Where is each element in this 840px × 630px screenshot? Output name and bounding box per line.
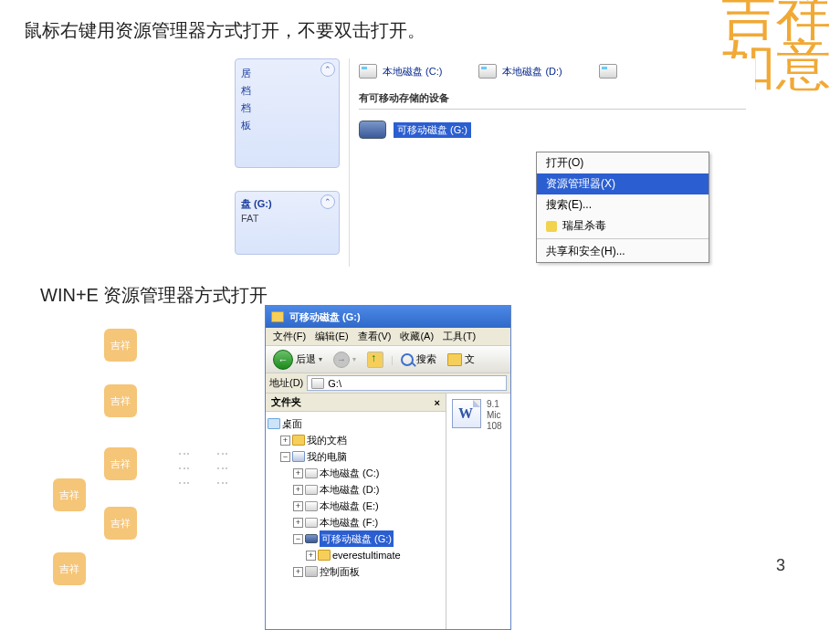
folder-icon (271, 311, 284, 322)
menu-favorites[interactable]: 收藏(A) (396, 330, 437, 343)
collapse-icon[interactable]: − (280, 452, 290, 462)
instruction-top: 鼠标右键用资源管理器方式打开，不要双击打开。 (24, 18, 425, 43)
menu-file[interactable]: 文件(F) (269, 330, 310, 343)
files-list: 9.1 Mic 108 (446, 394, 510, 629)
removable-disk-g[interactable]: 可移动磁盘 (G:) (359, 121, 746, 139)
hard-disk-icon (305, 518, 318, 528)
figure-explorer-context-menu: ⌃ 居 档 档 板 ⌃ 盘 (G:) FAT 本地磁盘 (C:) 本地磁盘 (D… (235, 58, 755, 267)
word-document-icon (452, 399, 481, 428)
expand-icon[interactable]: + (293, 501, 303, 511)
drive-icon (311, 378, 324, 389)
tree-drive-c[interactable]: +本地磁盘 (C:) (293, 465, 444, 481)
menu-share[interactable]: 共享和安全(H)... (537, 241, 709, 262)
expand-icon[interactable]: + (306, 551, 316, 561)
menu-edit[interactable]: 编辑(E) (311, 330, 352, 343)
drive-d[interactable]: 本地磁盘 (D:) (478, 64, 562, 79)
address-label: 地址(D) (269, 376, 303, 390)
address-bar: 地址(D) G:\ (266, 373, 510, 394)
hard-disk-icon (305, 468, 318, 478)
file-meta: 9.1 Mic 108 (487, 399, 502, 432)
instruction-middle: WIN+E 资源管理器方式打开 (40, 283, 268, 308)
decoration-stamp (53, 478, 86, 511)
forward-button[interactable]: →▾ (330, 350, 360, 370)
tree-mydocs[interactable]: +我的文档 (280, 432, 444, 448)
context-menu: 打开(O) 资源管理器(X) 搜索(E)... 瑞星杀毒 共享和安全(H)... (536, 152, 709, 263)
menu-open[interactable]: 打开(O) (537, 152, 709, 173)
search-icon (401, 353, 414, 366)
hard-disk-icon (305, 501, 318, 511)
tasks-panel: ⌃ 居 档 档 板 (235, 58, 340, 168)
expand-icon[interactable]: + (293, 518, 303, 528)
tasks-pane: ⌃ 居 档 档 板 ⌃ 盘 (G:) FAT (235, 58, 340, 267)
collapse-icon[interactable]: ⌃ (320, 194, 335, 209)
menu-search[interactable]: 搜索(E)... (537, 194, 709, 215)
removable-disk-icon (305, 534, 318, 543)
list-item[interactable]: 9.1 Mic 108 (452, 399, 505, 432)
tree-drive-g[interactable]: −可移动磁盘 (G:) (293, 530, 444, 547)
address-value: G:\ (328, 378, 341, 389)
menu-rising-antivirus[interactable]: 瑞星杀毒 (537, 215, 709, 236)
toolbar: ←后退▾ →▾ | 搜索 文 (266, 346, 510, 373)
decoration-stamp (53, 552, 86, 585)
tree-mypc[interactable]: −我的电脑 (280, 448, 444, 465)
hard-disk-icon (305, 485, 318, 495)
expand-icon[interactable]: + (280, 436, 290, 446)
menu-bar: 文件(F) 编辑(E) 查看(V) 收藏(A) 工具(T) (266, 328, 510, 346)
expand-icon[interactable]: + (293, 468, 303, 478)
decoration-stamp (104, 447, 137, 480)
hard-disk-icon (359, 64, 377, 79)
collapse-icon[interactable]: − (293, 534, 303, 544)
desktop-icon (268, 418, 280, 429)
menu-tools[interactable]: 工具(T) (439, 330, 479, 343)
decoration-stamp (104, 507, 137, 540)
up-icon (367, 352, 383, 368)
forward-icon: → (333, 352, 350, 368)
window-title: 可移动磁盘 (G:) (289, 310, 361, 324)
my-computer-icon (292, 451, 305, 462)
decoration-stamp (104, 329, 137, 362)
figure-explorer-window: 可移动磁盘 (G:) 文件(F) 编辑(E) 查看(V) 收藏(A) 工具(T)… (265, 305, 511, 630)
tree-drive-d[interactable]: +本地磁盘 (D:) (293, 481, 444, 498)
close-icon[interactable]: × (435, 397, 440, 408)
page-number: 3 (776, 556, 785, 575)
vertical-dots: ⋮⋮⋮ (215, 447, 230, 491)
tree-everest-folder[interactable]: +everestultimate (306, 547, 444, 563)
folders-icon (447, 353, 462, 366)
removable-disk-icon (359, 121, 386, 139)
expand-icon[interactable]: + (293, 485, 303, 495)
hard-disk-icon (478, 64, 497, 79)
tree-control-panel[interactable]: +控制面板 (293, 563, 444, 580)
details-panel: ⌃ 盘 (G:) FAT (235, 191, 340, 255)
menu-separator (537, 238, 709, 239)
vertical-dots: ⋮⋮⋮ (177, 447, 192, 491)
tree-header: 文件夹 × (266, 394, 446, 412)
drive-extra[interactable] (599, 64, 617, 79)
back-icon: ← (273, 350, 293, 370)
tree-desktop[interactable]: 桌面 (268, 415, 444, 432)
tree-drive-e[interactable]: +本地磁盘 (E:) (293, 498, 444, 514)
decoration-stamp (104, 384, 137, 417)
control-panel-icon (305, 566, 318, 577)
title-bar: 可移动磁盘 (G:) (266, 306, 510, 328)
menu-view[interactable]: 查看(V) (354, 330, 395, 343)
rising-icon (546, 221, 557, 232)
section-removable: 有可移动存储的设备 (359, 91, 746, 110)
hard-disk-icon (599, 64, 617, 79)
menu-explorer[interactable]: 资源管理器(X) (537, 173, 709, 194)
drive-c[interactable]: 本地磁盘 (C:) (359, 64, 442, 79)
folder-icon (318, 550, 331, 561)
back-button[interactable]: ←后退▾ (269, 348, 326, 372)
tree-drive-f[interactable]: +本地磁盘 (F:) (293, 514, 444, 530)
expand-icon[interactable]: + (293, 567, 303, 577)
documents-icon (292, 435, 305, 446)
address-input[interactable]: G:\ (307, 375, 507, 391)
up-button[interactable] (363, 350, 387, 370)
folder-tree: 桌面 +我的文档 −我的电脑 +本地磁盘 (C:) +本地磁盘 (D:) +本地… (266, 412, 446, 583)
folder-tree-pane: 文件夹 × 桌面 +我的文档 −我的电脑 +本地磁盘 (C:) +本地磁盘 (D… (266, 394, 446, 629)
collapse-icon[interactable]: ⌃ (320, 62, 335, 77)
folders-button[interactable]: 文 (444, 351, 478, 368)
search-button[interactable]: 搜索 (397, 351, 440, 368)
